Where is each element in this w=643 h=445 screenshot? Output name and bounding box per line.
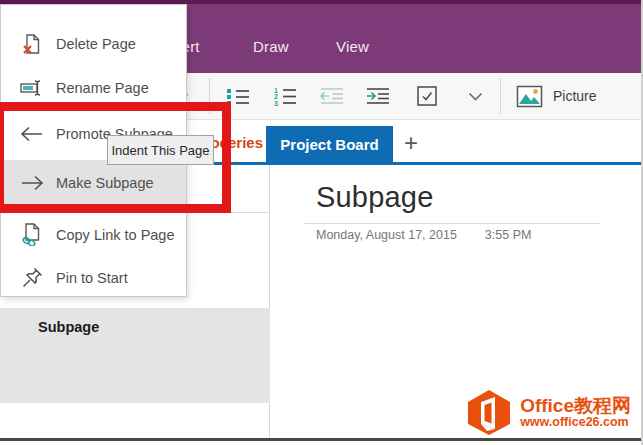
indent-icon (366, 87, 390, 105)
watermark-title: Office教程网 (520, 396, 631, 416)
indent-button[interactable] (362, 73, 394, 119)
bullet-list-button[interactable] (222, 73, 254, 119)
menu-item-label: Make Subpage (56, 175, 154, 191)
office-logo-icon (464, 389, 514, 436)
ribbon-tab-draw[interactable]: Draw (253, 38, 289, 55)
indent-tooltip: Indent This Page (107, 135, 214, 165)
picture-icon (516, 85, 543, 108)
menu-item-pin-to-start[interactable]: Pin to Start (1, 255, 186, 300)
watermark: Office教程网 www.office26.com (464, 389, 631, 436)
tag-dropdown-button[interactable] (461, 73, 489, 119)
selected-page-label: Subpage (38, 319, 99, 335)
selected-page-row[interactable]: Subpage (0, 308, 270, 403)
menu-item-copy-link[interactable]: Copy Link to Page (1, 212, 186, 257)
numbered-list-button[interactable]: 1 2 3 (269, 73, 301, 119)
window-bottom-edge (0, 438, 643, 441)
page-date-row: Monday, August 17, 20153:55 PM (316, 228, 643, 242)
menu-item-label: Copy Link to Page (56, 227, 175, 243)
page-title[interactable]: Subpage (316, 181, 643, 214)
outdent-button[interactable] (316, 73, 348, 119)
todo-checkbox-icon (416, 85, 438, 107)
onenote-window: Insert Draw View ⌄ 1 2 3 (0, 0, 643, 445)
watermark-url: www.office26.com (520, 416, 629, 429)
menu-item-delete-page[interactable]: Delete Page (1, 21, 186, 66)
toolbar-separator (500, 78, 501, 114)
delete-page-icon (20, 33, 44, 55)
arrow-right-icon (20, 175, 44, 191)
page-date: Monday, August 17, 2015 (316, 228, 457, 242)
tab-project-board[interactable]: Project Board (266, 126, 393, 162)
ribbon-tab-view[interactable]: View (336, 38, 369, 55)
menu-item-label: Rename Page (56, 80, 149, 96)
chevron-down-icon (468, 92, 483, 101)
outdent-icon (320, 87, 344, 105)
copy-link-icon (20, 223, 44, 246)
menu-item-label: Delete Page (56, 36, 136, 52)
menu-item-make-subpage[interactable]: Make Subpage (1, 160, 186, 205)
pages-pane-separator (187, 212, 270, 213)
page-time: 3:55 PM (485, 228, 532, 242)
menu-item-label: Pin to Start (56, 270, 128, 286)
add-page-button[interactable]: + (396, 126, 426, 160)
arrow-left-icon (20, 126, 44, 142)
picture-button[interactable]: Picture (516, 73, 626, 119)
numbered-list-icon: 1 2 3 (273, 86, 297, 106)
svg-text:3: 3 (274, 100, 278, 107)
menu-item-rename-page[interactable]: Rename Page (1, 65, 186, 110)
pin-icon (20, 267, 44, 289)
toolbar-separator (209, 78, 210, 114)
todo-tag-button[interactable] (411, 73, 443, 119)
bullet-list-icon (226, 87, 250, 106)
rename-page-icon (20, 77, 44, 99)
title-divider (304, 223, 600, 224)
picture-button-label: Picture (553, 88, 597, 104)
